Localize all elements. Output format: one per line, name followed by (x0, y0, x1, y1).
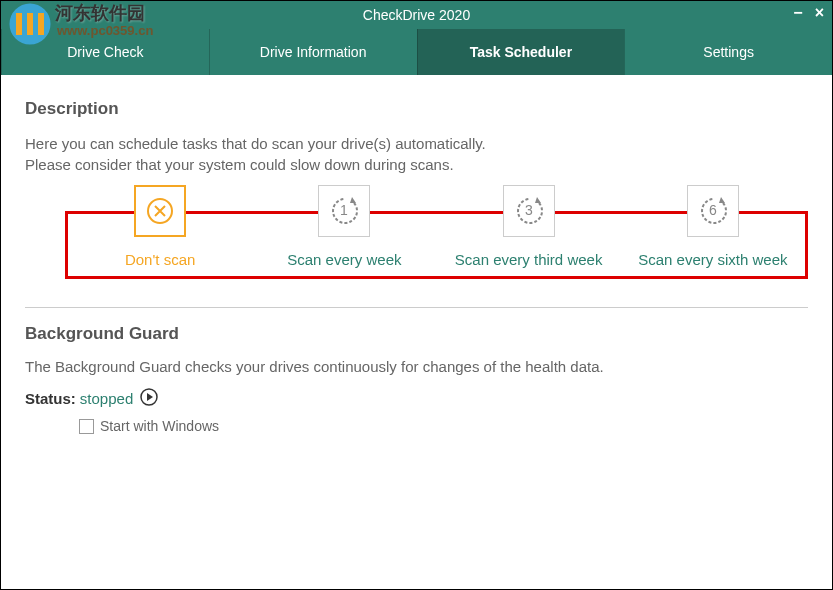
option-label: Don't scan (125, 251, 195, 268)
svg-text:3: 3 (525, 202, 533, 218)
svg-text:1: 1 (340, 202, 348, 218)
scan-options: Don't scan 1 Scan every week 3 Scan ever… (65, 211, 808, 279)
option-label: Scan every third week (455, 251, 603, 268)
desc-line1: Here you can schedule tasks that do scan… (25, 135, 486, 152)
start-with-windows-row: Start with Windows (79, 418, 808, 434)
option-dont-scan[interactable]: Don't scan (68, 185, 252, 268)
option-third-week[interactable]: 3 Scan every third week (437, 185, 621, 268)
titlebar: 河东软件园 www.pc0359.cn CheckDrive 2020 − × (1, 1, 832, 29)
cycle-1-icon: 1 (318, 185, 370, 237)
svg-text:6: 6 (709, 202, 717, 218)
watermark-url: www.pc0359.cn (57, 23, 153, 38)
app-title: CheckDrive 2020 (363, 7, 470, 23)
play-button[interactable] (139, 387, 159, 410)
checkbox-label: Start with Windows (100, 418, 219, 434)
option-label: Scan every week (287, 251, 401, 268)
x-icon (134, 185, 186, 237)
background-guard-title: Background Guard (25, 324, 808, 344)
tab-settings[interactable]: Settings (624, 29, 832, 75)
start-with-windows-checkbox[interactable] (79, 419, 94, 434)
cycle-3-icon: 3 (503, 185, 555, 237)
divider (25, 307, 808, 308)
minimize-button[interactable]: − (793, 5, 802, 21)
description-text: Here you can schedule tasks that do scan… (25, 133, 808, 175)
status-value: stopped (80, 390, 133, 407)
cycle-6-icon: 6 (687, 185, 739, 237)
status-row: Status: stopped (25, 387, 808, 410)
option-sixth-week[interactable]: 6 Scan every sixth week (621, 185, 805, 268)
tab-task-scheduler[interactable]: Task Scheduler (417, 29, 625, 75)
close-button[interactable]: × (815, 5, 824, 21)
content-area: Description Here you can schedule tasks … (1, 75, 832, 446)
desc-line2: Please consider that your system could s… (25, 156, 454, 173)
option-every-week[interactable]: 1 Scan every week (252, 185, 436, 268)
watermark-text: 河东软件园 (55, 1, 145, 25)
option-label: Scan every sixth week (638, 251, 787, 268)
app-logo-icon (5, 0, 55, 47)
status-label: Status: (25, 390, 76, 407)
tab-drive-information[interactable]: Drive Information (209, 29, 417, 75)
background-guard-text: The Background Guard checks your drives … (25, 358, 808, 375)
description-title: Description (25, 99, 808, 119)
